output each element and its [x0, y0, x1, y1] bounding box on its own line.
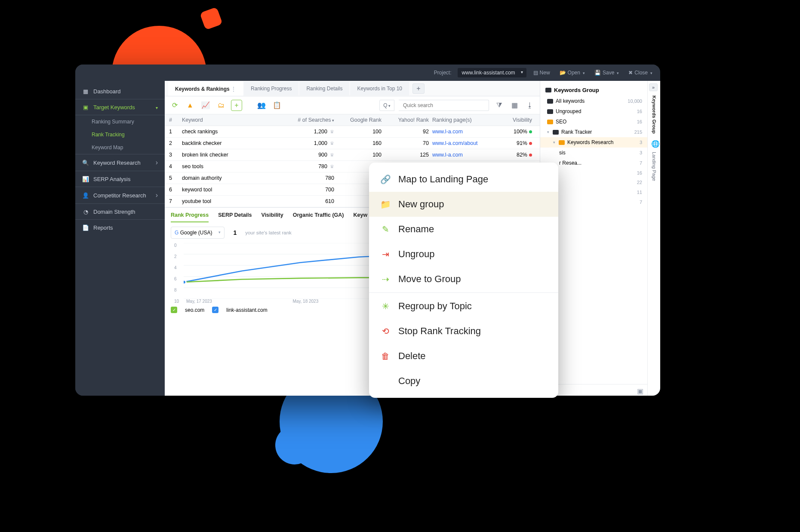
close-button[interactable]: ✖Close [626, 68, 655, 77]
search-engine-selector[interactable]: G Google (USA) [171, 227, 225, 239]
search-mode-dropdown[interactable]: Q [379, 100, 394, 111]
table-row[interactable]: 1check rankings1,200♛10092www.l-a.com100… [165, 126, 540, 138]
sidebar-item-serp-analysis[interactable]: 📊SERP Analysis [75, 171, 165, 187]
col-keyword[interactable]: Keyword [182, 117, 290, 123]
menu-stop-rank-tracking[interactable]: ⟲Stop Rank Tracking [369, 319, 558, 344]
cell-ranking-page[interactable]: www.l-a.com [432, 129, 497, 135]
tab-ranking-details[interactable]: Ranking Details [299, 82, 349, 95]
clipboard-icon[interactable]: 📋 [271, 100, 283, 111]
chevron-right-icon [156, 159, 158, 166]
node-label: Ungrouped [556, 108, 581, 114]
tree-node[interactable]: ▾Rank Tracker215 [540, 127, 647, 137]
expand-icon[interactable]: ▾ [553, 140, 555, 145]
project-selector[interactable]: www.link-assistant.com [458, 68, 526, 77]
trash-icon: 🗑 [380, 351, 391, 361]
col-ranking-pages[interactable]: Ranking page(s) [432, 117, 497, 123]
expand-icon[interactable]: ▾ [547, 130, 549, 134]
cell-searches: 700 [290, 187, 338, 193]
tab-keywords-rankings[interactable]: Keywords & Rankings [168, 81, 243, 96]
folder-icon[interactable]: ▣ [637, 387, 643, 393]
sidebar-item-target-keywords[interactable]: ▣Target Keywords [75, 99, 165, 115]
compass-icon[interactable]: ▲ [185, 100, 196, 111]
sidebar-item-dashboard[interactable]: ▦Dashboard [75, 83, 165, 99]
tree-node[interactable]: Ungrouped16 [540, 106, 647, 117]
col-searches[interactable]: # of Searches [290, 117, 338, 123]
folder-icon [559, 140, 565, 145]
menu-copy[interactable]: Copy [369, 369, 558, 394]
cell-searches: 780♛ [290, 163, 338, 169]
crown-icon: ♛ [330, 164, 334, 169]
chart-icon[interactable]: 📈 [200, 100, 211, 111]
tree-node[interactable]: sis3 [540, 148, 647, 158]
cell-google-rank: 160 [338, 140, 385, 146]
menu-ungroup[interactable]: ⇥Ungroup [369, 242, 558, 267]
sidebar-item-reports[interactable]: 📄Reports [75, 219, 165, 235]
stop-tracking-icon: ⟲ [380, 326, 391, 336]
col-yahoo-rank[interactable]: Yahoo! Rank [385, 117, 432, 123]
sidebar-item-keyword-research[interactable]: 🔍Keyword Research [75, 154, 165, 171]
cell-searches: 780 [290, 175, 338, 181]
menu-map-to-landing-page[interactable]: 🔗Map to Landing Page [369, 167, 558, 192]
cell-google-rank: 100 [338, 152, 385, 158]
add-button[interactable]: + [231, 100, 242, 111]
tree-node[interactable]: All keywords10,000 [540, 96, 647, 106]
sidebar-item-competitor-research[interactable]: 👤Competitor Research [75, 187, 165, 203]
menu-move-to-group[interactable]: ⇢Move to Group [369, 267, 558, 292]
checkbox-link-assistant[interactable]: ✓ [212, 307, 218, 313]
col-google-rank[interactable]: Google Rank [338, 117, 385, 123]
cell-num: 4 [169, 163, 182, 169]
table-row[interactable]: 2backlink checker1,000♛16070www.l-a.com/… [165, 138, 540, 149]
subtab-organic-traffic[interactable]: Organic Traffic (GA) [293, 212, 344, 222]
search-input[interactable] [399, 100, 489, 111]
crown-icon: ♛ [330, 129, 334, 134]
checkbox-seo-com[interactable]: ✓ [171, 307, 177, 313]
vtab-landing-page[interactable]: Landing Page [652, 148, 657, 185]
menu-delete[interactable]: 🗑Delete [369, 344, 558, 369]
tree-node[interactable]: ▾Keywords Research3 [540, 137, 647, 148]
sidebar-sub-ranking-summary[interactable]: Ranking Summary [75, 115, 165, 128]
filter-icon[interactable]: ⧩ [493, 100, 505, 111]
vtab-keywords-group[interactable]: Keywords Group [652, 92, 657, 137]
menu-new-group[interactable]: 📁New group [369, 192, 558, 217]
node-count: 11 [637, 190, 642, 195]
menu-rename[interactable]: ✎Rename [369, 217, 558, 242]
subtab-keywords[interactable]: Keyw [353, 212, 367, 222]
table-row[interactable]: 3broken link checker900♛100125www.l-a.co… [165, 149, 540, 161]
open-button[interactable]: 📂Open [557, 68, 588, 77]
tab-ranking-progress[interactable]: Ranking Progress [244, 82, 298, 95]
subtab-rank-progress[interactable]: Rank Progress [171, 212, 209, 222]
users-icon[interactable]: 👥 [256, 100, 267, 111]
cell-ranking-page[interactable]: www.l-a.com [432, 152, 497, 158]
grid-icon[interactable]: ▦ [509, 100, 520, 111]
download-icon[interactable]: ⭳ [524, 100, 535, 111]
cell-ranking-page[interactable]: www.l-a.com/about [432, 140, 497, 146]
context-menu: 🔗Map to Landing Page 📁New group ✎Rename … [369, 163, 558, 398]
refresh-icon[interactable]: ⟳ [169, 100, 180, 111]
cell-yahoo-rank: 125 [385, 152, 432, 158]
sidebar-sub-keyword-map[interactable]: Keyword Map [75, 141, 165, 154]
tab-keywords-top10[interactable]: Keywords in Top 10 [350, 82, 409, 95]
subtab-serp-details[interactable]: SERP Details [218, 212, 252, 222]
cell-keyword: keyword tool [182, 187, 290, 193]
col-visibility[interactable]: Visibility [497, 117, 535, 123]
decoration-circle-blue [275, 426, 314, 464]
gauge-icon: ◔ [82, 208, 89, 215]
menu-regroup-by-topic[interactable]: ✳Regroup by Topic [369, 294, 558, 319]
sidebar-sub-rank-tracking[interactable]: Rank Tracking [75, 128, 165, 141]
cell-yahoo-rank: 92 [385, 129, 432, 135]
node-label: Keywords Research [567, 139, 613, 145]
new-button[interactable]: ▤New [531, 68, 553, 77]
col-num[interactable]: # [169, 117, 182, 123]
tree-node[interactable]: SEO16 [540, 117, 647, 127]
sidebar-item-domain-strength[interactable]: ◔Domain Strength [75, 203, 165, 219]
folder-icon[interactable]: 🗂 [215, 100, 227, 111]
subtab-visibility[interactable]: Visibility [262, 212, 283, 222]
node-count: 3 [640, 140, 642, 145]
cell-google-rank: 100 [338, 129, 385, 135]
save-button[interactable]: 💾Save [592, 68, 622, 77]
node-label: sis [559, 150, 566, 156]
panel-title: Keywords Group [554, 87, 599, 93]
folder-plus-icon: 📁 [380, 199, 391, 209]
add-tab-button[interactable]: + [412, 83, 425, 94]
node-count: 10,000 [628, 98, 642, 104]
